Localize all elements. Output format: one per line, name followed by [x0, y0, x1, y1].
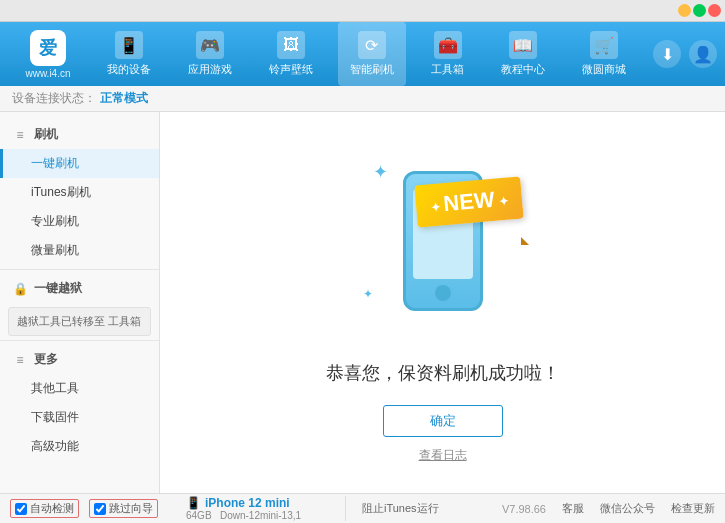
- status-value: 正常模式: [100, 90, 148, 107]
- sparkle-icon-3: ✦: [363, 287, 373, 301]
- sidebar-section-label-1: 一键越狱: [34, 280, 82, 297]
- bottom-link-客服[interactable]: 客服: [562, 501, 584, 516]
- sidebar-section-title-1: 🔒一键越狱: [0, 274, 159, 303]
- nav-icon-toolbox: 🧰: [434, 31, 462, 59]
- device-capacity: 64GB: [186, 510, 212, 521]
- nav-icon-smart-flash: ⟳: [358, 31, 386, 59]
- success-illustration: ✦ ✦ ✦ NEW: [343, 141, 543, 341]
- device-info: 📱 iPhone 12 mini 64GB Down-12mini-13,1: [186, 496, 346, 521]
- sidebar-section-icon-0: ≡: [12, 127, 28, 143]
- sidebar: ≡刷机一键刷机iTunes刷机专业刷机微量刷机🔒一键越狱越狱工具已转移至 工具箱…: [0, 112, 160, 493]
- logo-icon: 爱: [30, 30, 66, 66]
- checkbox-label-auto-detect: 自动检测: [30, 501, 74, 516]
- status-bar: 设备连接状态： 正常模式: [0, 86, 725, 112]
- nav-label-my-device: 我的设备: [107, 62, 151, 77]
- nav-icon-my-device: 📱: [115, 31, 143, 59]
- nav-item-weibo-store[interactable]: 🛒微圆商城: [570, 22, 638, 86]
- nav-label-tutorial-center: 教程中心: [501, 62, 545, 77]
- device-name-label: iPhone 12 mini: [205, 496, 290, 510]
- nav-label-apps-games: 应用游戏: [188, 62, 232, 77]
- account-button[interactable]: 👤: [689, 40, 717, 68]
- nav-item-my-device[interactable]: 📱我的设备: [95, 22, 163, 86]
- nav-icon-tutorial-center: 📖: [509, 31, 537, 59]
- view-log-link[interactable]: 查看日志: [419, 447, 467, 464]
- status-label: 设备连接状态：: [12, 90, 96, 107]
- device-details: 64GB Down-12mini-13,1: [186, 510, 337, 521]
- sidebar-item-advanced-functions[interactable]: 高级功能: [0, 432, 159, 461]
- sidebar-item-pro-flash[interactable]: 专业刷机: [0, 207, 159, 236]
- checkbox-auto-detect[interactable]: 自动检测: [10, 499, 79, 518]
- logo[interactable]: 爱 www.i4.cn: [8, 30, 88, 79]
- sidebar-section-icon-1: 🔒: [12, 281, 28, 297]
- sidebar-section-icon-2: ≡: [12, 352, 28, 368]
- nav-bar: 📱我的设备🎮应用游戏🖼铃声壁纸⟳智能刷机🧰工具箱📖教程中心🛒微圆商城: [88, 22, 645, 86]
- success-message: 恭喜您，保资料刷机成功啦！: [326, 361, 560, 385]
- content-area: ✦ ✦ ✦ NEW 恭喜您，保资料刷机成功啦！ 确定 查看日志: [160, 112, 725, 493]
- sidebar-item-other-tools[interactable]: 其他工具: [0, 374, 159, 403]
- nav-label-smart-flash: 智能刷机: [350, 62, 394, 77]
- logo-url: www.i4.cn: [25, 68, 70, 79]
- sidebar-divider-1: [0, 340, 159, 341]
- nav-item-smart-flash[interactable]: ⟳智能刷机: [338, 22, 406, 86]
- ribbon-left: [521, 237, 529, 245]
- sidebar-item-micro-flash[interactable]: 微量刷机: [0, 236, 159, 265]
- nav-icon-apps-games: 🎮: [196, 31, 224, 59]
- main-content: ≡刷机一键刷机iTunes刷机专业刷机微量刷机🔒一键越狱越狱工具已转移至 工具箱…: [0, 112, 725, 493]
- nav-label-ringtone-wallpaper: 铃声壁纸: [269, 62, 313, 77]
- sidebar-note-1: 越狱工具已转移至 工具箱: [8, 307, 151, 336]
- device-model: Down-12mini-13,1: [220, 510, 301, 521]
- device-name: 📱 iPhone 12 mini: [186, 496, 337, 510]
- confirm-button[interactable]: 确定: [383, 405, 503, 437]
- sidebar-item-download-firmware[interactable]: 下载固件: [0, 403, 159, 432]
- header-right-buttons: ⬇ 👤: [653, 40, 717, 68]
- title-bar: [0, 0, 725, 22]
- checkbox-label-skip-wizard: 跳过向导: [109, 501, 153, 516]
- new-badge: NEW: [415, 176, 524, 227]
- nav-item-tutorial-center[interactable]: 📖教程中心: [489, 22, 557, 86]
- sidebar-section-title-2: ≡更多: [0, 345, 159, 374]
- sidebar-section-label-0: 刷机: [34, 126, 58, 143]
- download-button[interactable]: ⬇: [653, 40, 681, 68]
- bottom-right-links: V7.98.66 客服微信公众号检查更新: [502, 501, 715, 516]
- maximize-button[interactable]: [693, 4, 706, 17]
- sidebar-item-itunes-flash[interactable]: iTunes刷机: [0, 178, 159, 207]
- nav-label-toolbox: 工具箱: [431, 62, 464, 77]
- header: 爱 www.i4.cn 📱我的设备🎮应用游戏🖼铃声壁纸⟳智能刷机🧰工具箱📖教程中…: [0, 22, 725, 86]
- nav-icon-weibo-store: 🛒: [590, 31, 618, 59]
- checkbox-input-skip-wizard[interactable]: [94, 503, 106, 515]
- minimize-button[interactable]: [678, 4, 691, 17]
- bottom-bar: 自动检测跳过向导 📱 iPhone 12 mini 64GB Down-12mi…: [0, 493, 725, 523]
- nav-item-ringtone-wallpaper[interactable]: 🖼铃声壁纸: [257, 22, 325, 86]
- bottom-checkboxes: 自动检测跳过向导: [10, 499, 170, 518]
- nav-label-weibo-store: 微圆商城: [582, 62, 626, 77]
- checkbox-skip-wizard[interactable]: 跳过向导: [89, 499, 158, 518]
- logo-char: 爱: [39, 36, 57, 60]
- sidebar-section-label-2: 更多: [34, 351, 58, 368]
- bottom-link-微信公众号[interactable]: 微信公众号: [600, 501, 655, 516]
- sidebar-item-one-click-flash[interactable]: 一键刷机: [0, 149, 159, 178]
- sidebar-section-title-0: ≡刷机: [0, 120, 159, 149]
- nav-item-apps-games[interactable]: 🎮应用游戏: [176, 22, 244, 86]
- phone-icon: 📱: [186, 496, 201, 510]
- bottom-link-检查更新[interactable]: 检查更新: [671, 501, 715, 516]
- nav-item-toolbox[interactable]: 🧰工具箱: [419, 22, 476, 86]
- checkbox-input-auto-detect[interactable]: [15, 503, 27, 515]
- version-label: V7.98.66: [502, 503, 546, 515]
- nav-icon-ringtone-wallpaper: 🖼: [277, 31, 305, 59]
- phone-home-button: [435, 285, 451, 301]
- sidebar-divider-0: [0, 269, 159, 270]
- window-controls[interactable]: [678, 4, 721, 17]
- itunes-status[interactable]: 阻止iTunes运行: [362, 501, 439, 516]
- sparkle-icon-1: ✦: [373, 161, 388, 183]
- close-button[interactable]: [708, 4, 721, 17]
